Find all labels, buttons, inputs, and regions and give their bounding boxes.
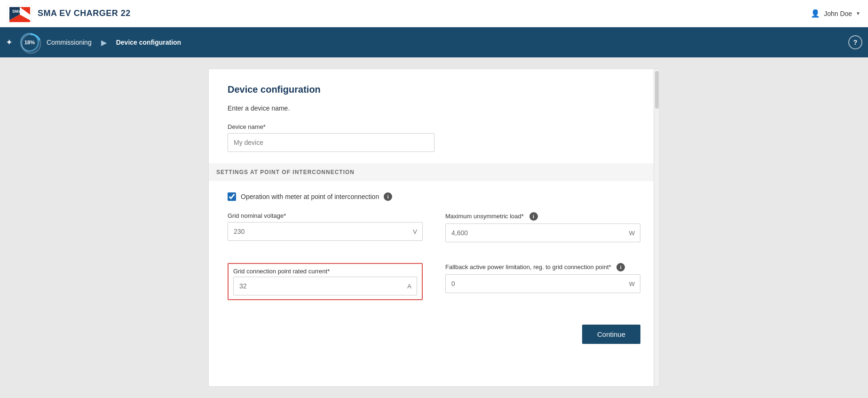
device-name-label: Device name* [228, 123, 640, 130]
max-unsymmetric-input[interactable] [445, 223, 640, 242]
scrollbar[interactable] [654, 69, 659, 386]
grid-voltage-group: Grid nominal voltage* V [228, 212, 423, 242]
grid-current-group: Grid connection point rated current* A [228, 263, 423, 300]
chevron-down-icon[interactable]: ▼ [856, 11, 860, 16]
breadcrumb: Commissioning ▶ Device configuration [39, 38, 189, 47]
fallback-input[interactable] [445, 274, 640, 293]
header: SMA SMA EV CHARGER 22 👤 John Doe ▼ [0, 0, 868, 27]
grid-current-field-wrapper: A [233, 277, 417, 295]
grid-current-highlighted: Grid connection point rated current* A [228, 263, 423, 300]
tool-icon: ✦ [6, 37, 13, 48]
max-unsymmetric-info-icon[interactable]: i [529, 212, 538, 221]
header-right: 👤 John Doe ▼ [811, 9, 860, 18]
max-unsymmetric-group: Maximum unsymmetric load* i W [445, 212, 640, 242]
grid-current-label: Grid connection point rated current* [233, 268, 417, 275]
subtitle-text: Enter a device name. [228, 104, 640, 112]
logo-area: SMA SMA EV CHARGER 22 [8, 5, 131, 22]
fallback-group: Fallback active power limitation, reg. t… [445, 263, 640, 300]
app-title: SMA EV CHARGER 22 [38, 8, 131, 18]
progress-circle: 18% [20, 33, 39, 52]
max-unsymmetric-label: Maximum unsymmetric load* i [445, 212, 640, 221]
section-label: SETTINGS AT POINT OF INTERCONNECTION [216, 169, 355, 175]
checkbox-info-icon[interactable]: i [384, 192, 392, 201]
fallback-label: Fallback active power limitation, reg. t… [445, 263, 640, 271]
grid-voltage-input[interactable] [228, 222, 423, 241]
section-divider: SETTINGS AT POINT OF INTERCONNECTION [209, 163, 659, 181]
card-title: Device configuration [228, 84, 640, 95]
device-config-card: Device configuration Enter a device name… [208, 69, 660, 387]
fallback-info-icon[interactable]: i [616, 263, 625, 271]
user-name: John Doe [824, 10, 852, 17]
user-icon: 👤 [811, 9, 820, 18]
scroll-thumb[interactable] [655, 71, 659, 109]
help-icon: ? [853, 39, 858, 46]
progress-percent: 18% [24, 40, 35, 45]
device-name-group: Device name* [228, 123, 640, 152]
continue-button[interactable]: Continue [582, 325, 640, 344]
max-unsymmetric-field-wrapper: W [445, 223, 640, 242]
grid-voltage-field-wrapper: V [228, 222, 423, 241]
grid-current-input[interactable] [233, 277, 417, 295]
help-button[interactable]: ? [848, 35, 862, 49]
fallback-field-wrapper: W [445, 274, 640, 293]
fields-grid: Grid nominal voltage* V Maximum unsymmet… [228, 212, 640, 310]
main-content: Device configuration Enter a device name… [0, 57, 868, 398]
button-row: Continue [228, 325, 640, 344]
svg-text:SMA: SMA [12, 9, 22, 14]
meter-checkbox[interactable] [228, 192, 236, 201]
navbar: ✦ 18% Commissioning ▶ Device configurati… [0, 27, 868, 57]
breadcrumb-commissioning[interactable]: Commissioning [39, 39, 99, 46]
checkbox-row: Operation with meter at point of interco… [228, 192, 640, 201]
device-name-input[interactable] [228, 133, 434, 152]
sma-logo: SMA [8, 5, 32, 22]
breadcrumb-separator: ▶ [101, 38, 107, 47]
checkbox-label: Operation with meter at point of interco… [241, 193, 379, 200]
grid-voltage-label: Grid nominal voltage* [228, 212, 423, 219]
breadcrumb-device-config: Device configuration [109, 39, 189, 46]
